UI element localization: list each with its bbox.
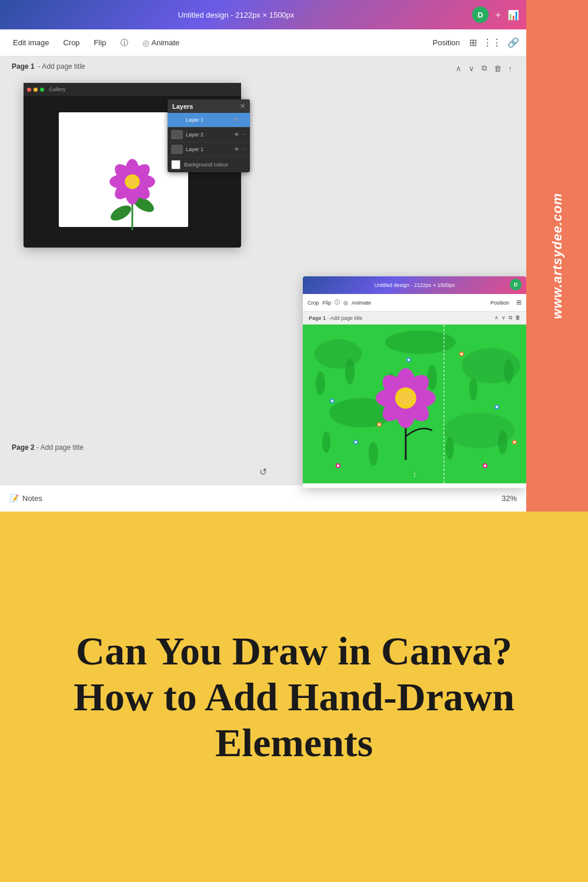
ss2-crop-btn[interactable]: Crop: [308, 300, 319, 306]
ss2-toolbar: Crop Flip ⓘ ◎ Animate Position ⊞: [303, 294, 526, 312]
page-up-icon[interactable]: ∧: [453, 63, 464, 74]
layers-header: Layers ✕: [168, 99, 250, 113]
ss2-ctrl-dup[interactable]: ⧉: [509, 315, 512, 321]
mockup-gallery-label: Gallery: [49, 86, 66, 92]
layer-2-more-icon: ⋯: [241, 132, 246, 138]
svg-point-25: [322, 432, 330, 453]
ss2-header: Untitled design - 2122px × 1500px D: [303, 276, 526, 294]
svg-point-19: [316, 372, 325, 395]
ss2-avatar: D: [510, 279, 522, 290]
canvas-mockup: Gallery: [24, 83, 241, 248]
main-title: Can You Draw in Canva? How to Add Hand-D…: [35, 628, 553, 766]
maximize-dot: [40, 88, 44, 92]
notes-icon: 📝: [9, 494, 19, 503]
layer-item-3[interactable]: Layer 1 👁 ⋯: [168, 142, 250, 157]
layer-item-2[interactable]: Layer 2 👁 ⋯: [168, 128, 250, 142]
canva-header-title: Untitled design - 2122px × 1500px: [0, 11, 472, 19]
layer-3-eye-icon: 👁: [234, 146, 239, 152]
layer-1-name: Layer 1: [186, 117, 231, 123]
ss2-animate-btn[interactable]: Animate: [352, 300, 371, 306]
canva-bottombar: 📝 Notes 32%: [0, 485, 526, 512]
page1-controls: ∧ ∨ ⧉ 🗑 ↑: [453, 62, 515, 74]
bg-color-swatch[interactable]: [171, 160, 181, 169]
flip-button[interactable]: Flip: [88, 35, 112, 51]
svg-point-1: [108, 202, 133, 223]
bg-color-label: Background colour: [184, 162, 228, 168]
layer-eye-icon: 👁: [234, 117, 239, 123]
layers-close-button[interactable]: ✕: [240, 102, 245, 110]
ss2-page-number: Page 1: [309, 315, 326, 321]
delete-page-icon[interactable]: 🗑: [492, 63, 504, 74]
link-icon[interactable]: 🔗: [507, 37, 519, 48]
layer-3-icons: 👁 ⋯: [234, 146, 246, 152]
page1-label: Page 1 - Add page title: [12, 62, 85, 71]
svg-point-23: [469, 378, 477, 400]
ss2-flip-btn[interactable]: Flip: [323, 300, 332, 306]
layer-2-eye-icon: 👁: [234, 132, 239, 138]
layer-1-icons: 👁 ⋯: [234, 117, 246, 123]
layers-panel: Layers ✕ Layer 1 👁 ⋯ Layer 2 👁: [168, 99, 250, 172]
refresh-icon[interactable]: ↺: [259, 466, 267, 477]
svg-point-30: [331, 400, 333, 402]
layer-3-thumb: [171, 145, 183, 154]
notes-button[interactable]: 📝 Notes: [9, 494, 42, 503]
layer-2-name: Layer 2: [186, 132, 231, 138]
dots-icon[interactable]: ⋮⋮: [483, 37, 502, 48]
page-down-icon[interactable]: ∨: [466, 63, 477, 74]
ss2-animate-icon: ◎: [343, 300, 348, 306]
notes-label: Notes: [22, 494, 42, 503]
toolbar-icons: ⊞ ⋮⋮ 🔗: [469, 37, 519, 48]
svg-point-12: [128, 177, 137, 186]
svg-point-28: [498, 430, 507, 455]
canva-header: Untitled design - 2122px × 1500px D ＋ 📊: [0, 0, 526, 29]
svg-point-40: [460, 353, 463, 355]
flower-drawing: [103, 145, 162, 236]
ss2-page-label: Page 1 - Add page title ∧ ∨ ⧉ 🗑: [303, 312, 526, 325]
duplicate-page-icon[interactable]: ⧉: [479, 62, 489, 74]
layer-more-icon: ⋯: [241, 117, 246, 123]
animate-button[interactable]: ◎ Animate: [136, 35, 186, 51]
svg-point-57: [399, 391, 413, 405]
svg-point-42: [513, 441, 516, 443]
grid-icon[interactable]: ⊞: [469, 37, 477, 48]
grass-background: ↕: [303, 325, 526, 483]
user-avatar[interactable]: D: [472, 6, 489, 23]
add-page-icon[interactable]: ↑: [506, 63, 515, 74]
ss2-header-title: Untitled design - 2122px × 1500px: [375, 282, 455, 288]
ss2-info-btn[interactable]: ⓘ: [335, 299, 340, 306]
minimize-dot: [34, 88, 38, 92]
stats-icon[interactable]: 📊: [507, 9, 519, 21]
animate-icon: ◎: [142, 38, 149, 48]
ss2-toolbar-icon[interactable]: ⊞: [516, 299, 522, 306]
ss2-ctrl-up[interactable]: ∧: [495, 315, 499, 321]
svg-point-27: [446, 437, 454, 459]
svg-point-46: [337, 465, 339, 467]
ss2-ctrl-del[interactable]: 🗑: [515, 315, 520, 321]
ss2-ctrl-down[interactable]: ∨: [502, 315, 506, 321]
mockup-toolbar: Gallery: [24, 83, 241, 96]
svg-point-36: [355, 441, 357, 443]
crop-button[interactable]: Crop: [57, 35, 85, 51]
svg-point-34: [496, 406, 498, 408]
ss2-position-btn[interactable]: Position: [490, 300, 509, 306]
layer-item-1[interactable]: Layer 1 👁 ⋯: [168, 113, 250, 128]
edit-image-button[interactable]: Edit image: [7, 35, 55, 51]
layer-2-thumb: [171, 130, 183, 139]
text-section: Can You Draw in Canva? How to Add Hand-D…: [0, 512, 588, 882]
sidebar-url-text: www.artsydee.com: [550, 193, 565, 319]
screenshot-area: www.artsydee.com Untitled design - 2122p…: [0, 0, 588, 512]
page1-number: Page 1: [12, 62, 35, 71]
position-button[interactable]: Position: [433, 38, 460, 47]
ss2-resize-handle[interactable]: ↕: [413, 470, 416, 479]
svg-point-20: [345, 359, 355, 385]
add-icon[interactable]: ＋: [493, 9, 503, 21]
background-color-row: Background colour: [168, 157, 250, 172]
svg-point-22: [427, 365, 437, 390]
zoom-label: 32%: [502, 494, 517, 503]
page2-number: Page 2: [12, 443, 35, 452]
info-button[interactable]: ⓘ: [115, 34, 134, 52]
svg-point-38: [378, 423, 380, 426]
svg-point-15: [385, 330, 456, 354]
close-dot: [27, 88, 31, 92]
svg-point-26: [369, 442, 378, 466]
